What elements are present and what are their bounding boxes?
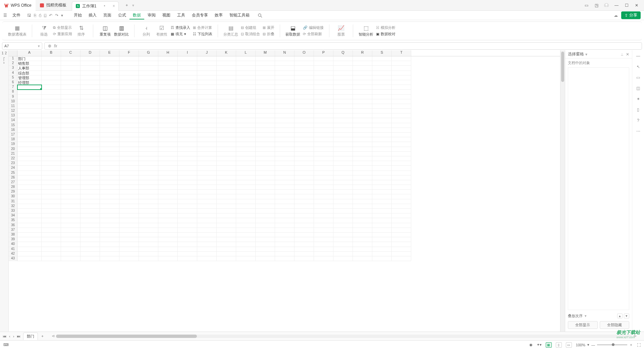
cell-P35[interactable] [314,218,333,223]
cell-L9[interactable] [236,95,256,99]
cell-R22[interactable] [353,156,372,161]
cell-T26[interactable] [392,176,411,180]
vscroll-thumb[interactable] [561,52,564,82]
row-header[interactable]: 25 [9,171,17,176]
cell-F31[interactable] [119,199,139,204]
cell-K1[interactable] [217,56,236,61]
cell-J13[interactable] [197,113,217,118]
print-preview-icon[interactable]: ⌼ [44,13,46,18]
row-header[interactable]: 23 [9,161,17,166]
cell-F43[interactable] [119,256,139,261]
cell-K21[interactable] [217,152,236,156]
cell-N5[interactable] [275,76,294,80]
cell-L2[interactable] [236,61,256,66]
cell-J5[interactable] [197,76,217,80]
cell-I17[interactable] [178,133,197,137]
cell-N6[interactable] [275,80,294,85]
cell-I15[interactable] [178,123,197,128]
cell-B35[interactable] [42,218,61,223]
cell-P4[interactable] [314,71,333,76]
cell-R10[interactable] [353,99,372,104]
cell-E23[interactable] [100,161,119,166]
cell-A37[interactable] [17,228,42,233]
cell-M37[interactable] [256,228,275,233]
cell-M24[interactable] [256,166,275,170]
cell-A20[interactable] [17,147,42,152]
row-header[interactable]: 9 [9,95,17,99]
cell-S38[interactable] [372,233,392,237]
cell-I7[interactable] [178,85,197,90]
cell-A43[interactable] [17,256,42,261]
cell-O23[interactable] [294,161,314,166]
cell-I28[interactable] [178,185,197,190]
cell-D28[interactable] [80,185,100,190]
find-entry-button[interactable]: ☶查找录入 [171,25,190,30]
cell-O7[interactable] [294,85,314,90]
cell-K19[interactable] [217,142,236,147]
col-header-A[interactable]: A [17,50,42,56]
cell-S3[interactable] [372,66,392,70]
cell-R32[interactable] [353,204,372,209]
cell-G16[interactable] [139,128,158,133]
cell-K5[interactable] [217,76,236,80]
template-tab[interactable]: 找稻壳模板 [36,0,70,11]
cell-C8[interactable] [61,90,80,94]
cell-A6[interactable]: 经理部 [17,80,42,85]
cell-D2[interactable] [80,61,100,66]
cell-G26[interactable] [139,176,158,180]
cell-C10[interactable] [61,99,80,104]
export-icon[interactable]: ⎘ [34,13,36,18]
name-box[interactable]: A7 ▾ [2,42,42,50]
cell-S1[interactable] [372,56,392,61]
cell-H31[interactable] [158,199,178,204]
cell-P38[interactable] [314,233,333,237]
cell-T14[interactable] [392,118,411,123]
cell-D5[interactable] [80,76,100,80]
cell-J39[interactable] [197,237,217,242]
cell-A12[interactable] [17,109,42,113]
cell-B11[interactable] [42,104,61,109]
cell-R18[interactable] [353,137,372,142]
cell-G8[interactable] [139,90,158,94]
cell-H3[interactable] [158,66,178,70]
cell-C23[interactable] [61,161,80,166]
cell-T11[interactable] [392,104,411,109]
cell-A28[interactable] [17,185,42,190]
cell-T31[interactable] [392,199,411,204]
print-icon[interactable]: ⎙ [39,13,41,18]
cell-P22[interactable] [314,156,333,161]
compare-button[interactable]: ▥数据对比 [114,25,129,37]
cell-T36[interactable] [392,223,411,228]
cell-G9[interactable] [139,95,158,99]
cell-K8[interactable] [217,90,236,94]
cell-S4[interactable] [372,71,392,76]
cell-P9[interactable] [314,95,333,99]
cell-J6[interactable] [197,80,217,85]
cell-Q37[interactable] [333,228,353,233]
cell-M35[interactable] [256,218,275,223]
cell-E42[interactable] [100,252,119,256]
cell-G24[interactable] [139,166,158,170]
cell-B14[interactable] [42,118,61,123]
row-header[interactable]: 14 [9,118,17,123]
cell-L5[interactable] [236,76,256,80]
cell-A9[interactable] [17,95,42,99]
cell-G20[interactable] [139,147,158,152]
cell-B23[interactable] [42,161,61,166]
row-header[interactable]: 20 [9,147,17,152]
cell-K9[interactable] [217,95,236,99]
cell-D30[interactable] [80,194,100,199]
cell-D37[interactable] [80,228,100,233]
cell-T1[interactable] [392,56,411,61]
cell-G5[interactable] [139,76,158,80]
cell-P5[interactable] [314,76,333,80]
cell-S18[interactable] [372,137,392,142]
cell-B28[interactable] [42,185,61,190]
cell-D25[interactable] [80,171,100,176]
cell-B27[interactable] [42,180,61,185]
cell-O10[interactable] [294,99,314,104]
cell-R16[interactable] [353,128,372,133]
cell-C22[interactable] [61,156,80,161]
cell-L41[interactable] [236,247,256,252]
cell-F16[interactable] [119,128,139,133]
